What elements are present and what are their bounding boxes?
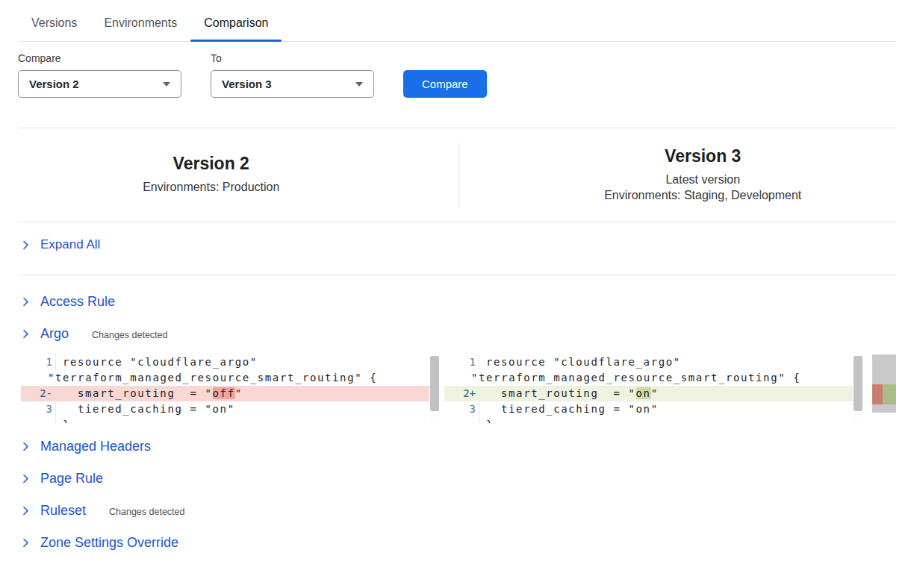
code-segment: smart_routing = "	[63, 387, 213, 399]
section-access-rule[interactable]: Access Rule	[18, 286, 896, 318]
compare-from-field: Compare Version 2	[18, 52, 181, 98]
section-label: Access Rule	[40, 294, 115, 310]
scrollbar-thumb[interactable]	[430, 356, 439, 411]
version-right-subtitle: Latest version	[510, 173, 897, 187]
compare-to-value: Version 3	[222, 78, 272, 90]
chevron-right-icon	[21, 474, 31, 484]
chevron-down-icon	[163, 82, 170, 87]
compare-from-select[interactable]: Version 2	[18, 70, 181, 98]
chevron-down-icon	[355, 82, 363, 87]
compare-button[interactable]: Compare	[403, 70, 487, 98]
line-number: 2-	[21, 386, 55, 401]
chevron-right-icon	[21, 240, 31, 250]
diff-pane-right: 1resource "cloudflare_argo" "terraform_m…	[444, 354, 863, 423]
code-text: }	[55, 417, 429, 423]
diff-viewer: 1resource "cloudflare_argo" "terraform_m…	[21, 354, 896, 423]
removed-marker	[872, 384, 883, 404]
code-text: "terraform_managed_resource_smart_routin…	[47, 370, 429, 386]
compare-to-label: To	[211, 52, 374, 64]
section-label: Argo	[40, 326, 69, 342]
compare-from-label: Compare	[18, 52, 181, 64]
vertical-scrollbar[interactable]	[853, 354, 863, 423]
tab-versions[interactable]: Versions	[18, 10, 90, 41]
code-line: 3 tiered_caching = "on"	[444, 401, 853, 417]
added-word-highlight: on	[636, 387, 651, 399]
code-text: }	[479, 417, 853, 423]
changes-detected-badge: Changes detected	[109, 507, 184, 517]
code-text: smart_routing = "off"	[55, 386, 429, 401]
removed-line: 2- smart_routing = "off"	[21, 386, 429, 401]
code-line-clipped: }	[444, 417, 853, 423]
compare-form: Compare Version 2 To Version 3 Compare	[18, 52, 896, 98]
section-ruleset[interactable]: Ruleset Changes detected	[18, 495, 896, 527]
diff-overview-ruler	[872, 354, 896, 413]
code-text: resource "cloudflare_argo"	[55, 354, 429, 370]
expand-all-button[interactable]: Expand All	[18, 222, 896, 267]
line-number: 1	[21, 354, 55, 370]
expand-all-label: Expand All	[40, 237, 100, 252]
compare-to-select[interactable]: Version 3	[211, 70, 374, 98]
chevron-right-icon	[21, 297, 31, 307]
version-right-column: Version 3 Latest version Environments: S…	[459, 146, 897, 204]
code-line: 1resource "cloudflare_argo"	[21, 354, 429, 370]
line-number: 3	[21, 401, 55, 417]
code-text: resource "cloudflare_argo"	[479, 354, 853, 370]
diff-code-right: 1resource "cloudflare_argo" "terraform_m…	[444, 354, 853, 423]
line-number: 2+	[444, 386, 479, 401]
line-number: 3	[444, 401, 479, 417]
version-left-title: Version 2	[18, 154, 405, 174]
code-segment: "	[651, 387, 659, 399]
code-line-wrap: "terraform_managed_resource_smart_routin…	[21, 370, 429, 386]
code-text: tiered_caching = "on"	[479, 401, 853, 417]
diff-pane-left: 1resource "cloudflare_argo" "terraform_m…	[21, 354, 440, 423]
removed-word-highlight: off	[213, 387, 235, 399]
version-comparison-header: Version 2 Environments: Production Versi…	[18, 128, 896, 222]
changes-detected-badge: Changes detected	[92, 330, 167, 340]
line-number	[21, 417, 55, 423]
section-label: Page Rule	[40, 471, 103, 487]
added-marker	[883, 384, 896, 404]
line-number: 1	[444, 354, 479, 370]
diff-code-left: 1resource "cloudflare_argo" "terraform_m…	[21, 354, 429, 423]
line-number	[444, 417, 479, 423]
version-left-environments: Environments: Production	[18, 181, 405, 194]
section-zone-settings-override[interactable]: Zone Settings Override	[18, 527, 896, 559]
chevron-right-icon	[21, 329, 31, 339]
code-text: smart_routing = "on"	[479, 386, 853, 401]
section-label: Managed Headers	[40, 439, 151, 454]
section-managed-headers[interactable]: Managed Headers	[18, 431, 896, 463]
code-text: tiered_caching = "on"	[55, 401, 429, 417]
scrollbar-thumb[interactable]	[854, 356, 862, 411]
version-right-environments: Environments: Staging, Development	[510, 189, 897, 202]
added-line: 2+ smart_routing = "on"	[444, 386, 853, 401]
version-right-title: Version 3	[510, 146, 897, 166]
code-segment: "	[235, 387, 243, 399]
tab-environments[interactable]: Environments	[90, 10, 190, 41]
divider	[18, 275, 896, 275]
code-line-clipped: }	[21, 417, 429, 423]
code-line: 3 tiered_caching = "on"	[21, 401, 429, 417]
tab-bar: Versions Environments Comparison	[18, 0, 896, 42]
section-label: Ruleset	[40, 503, 86, 519]
chevron-right-icon	[21, 538, 31, 548]
tab-comparison[interactable]: Comparison	[190, 10, 282, 41]
compare-from-value: Version 2	[29, 78, 79, 90]
section-argo[interactable]: Argo Changes detected	[18, 318, 896, 350]
chevron-right-icon	[21, 442, 31, 451]
section-label: Zone Settings Override	[40, 535, 178, 551]
compare-to-field: To Version 3	[211, 52, 374, 98]
code-text: "terraform_managed_resource_smart_routin…	[470, 370, 853, 386]
code-segment: smart_routing = "	[486, 387, 636, 399]
vertical-scrollbar[interactable]	[429, 354, 440, 423]
version-left-column: Version 2 Environments: Production	[18, 154, 458, 196]
code-line: 1resource "cloudflare_argo"	[444, 354, 853, 370]
diff-change-marker	[872, 384, 896, 404]
code-line-wrap: "terraform_managed_resource_smart_routin…	[444, 370, 853, 386]
chevron-right-icon	[21, 506, 31, 516]
section-page-rule[interactable]: Page Rule	[18, 463, 896, 495]
